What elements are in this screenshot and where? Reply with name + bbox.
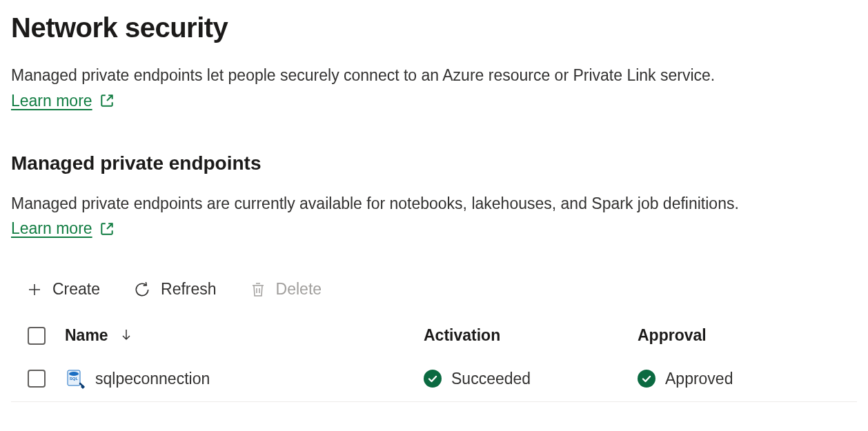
row-approval-cell: Approved [638, 370, 857, 388]
external-link-icon [99, 221, 115, 237]
section-description: Managed private endpoints are currently … [11, 191, 811, 242]
section-learn-more-label: Learn more [11, 216, 92, 241]
row-checkbox[interactable] [28, 370, 46, 388]
delete-label: Delete [276, 280, 322, 299]
page-description-text: Managed private endpoints let people sec… [11, 66, 715, 84]
refresh-button[interactable]: Refresh [133, 280, 217, 299]
learn-more-label: Learn more [11, 88, 92, 114]
success-icon [638, 370, 655, 388]
create-label: Create [52, 280, 100, 299]
header-checkbox-cell [11, 327, 65, 345]
name-header-label: Name [65, 326, 108, 345]
row-checkbox-cell [11, 370, 65, 388]
arrow-down-icon [119, 328, 133, 344]
refresh-icon [133, 281, 151, 299]
learn-more-link[interactable]: Learn more [11, 88, 115, 114]
header-name-cell: Name [65, 326, 424, 345]
trash-icon [250, 281, 266, 298]
success-icon [424, 370, 442, 388]
table-header: Name Activation Approval [11, 326, 857, 359]
svg-text:SQL: SQL [70, 377, 79, 381]
toolbar: Create Refresh Delete [11, 280, 857, 299]
delete-button: Delete [250, 280, 322, 299]
section-learn-more-link[interactable]: Learn more [11, 216, 115, 241]
header-approval-cell: Approval [638, 326, 857, 345]
row-activation-text: Succeeded [451, 370, 531, 388]
sql-database-icon: SQL [65, 368, 86, 389]
create-button[interactable]: Create [26, 280, 100, 299]
svg-point-1 [69, 372, 79, 376]
approval-header-label: Approval [638, 326, 707, 345]
external-link-icon [99, 93, 115, 108]
row-name-text: sqlpeconnection [95, 370, 210, 388]
row-name-cell: SQL sqlpeconnection [65, 368, 424, 389]
row-activation-cell: Succeeded [424, 370, 638, 388]
refresh-label: Refresh [161, 280, 217, 299]
header-activation-cell: Activation [424, 326, 638, 345]
section-description-text: Managed private endpoints are currently … [11, 194, 739, 212]
endpoints-table: Name Activation Approval S [11, 326, 857, 402]
row-approval-text: Approved [665, 370, 733, 388]
page-title: Network security [11, 12, 857, 43]
table-row[interactable]: SQL sqlpeconnection Succeeded [11, 359, 857, 402]
name-column-header[interactable]: Name [65, 326, 133, 345]
plus-icon [26, 281, 43, 298]
activation-header-label: Activation [424, 326, 500, 345]
section-title: Managed private endpoints [11, 152, 857, 174]
select-all-checkbox[interactable] [28, 327, 46, 345]
page-description: Managed private endpoints let people sec… [11, 63, 811, 114]
